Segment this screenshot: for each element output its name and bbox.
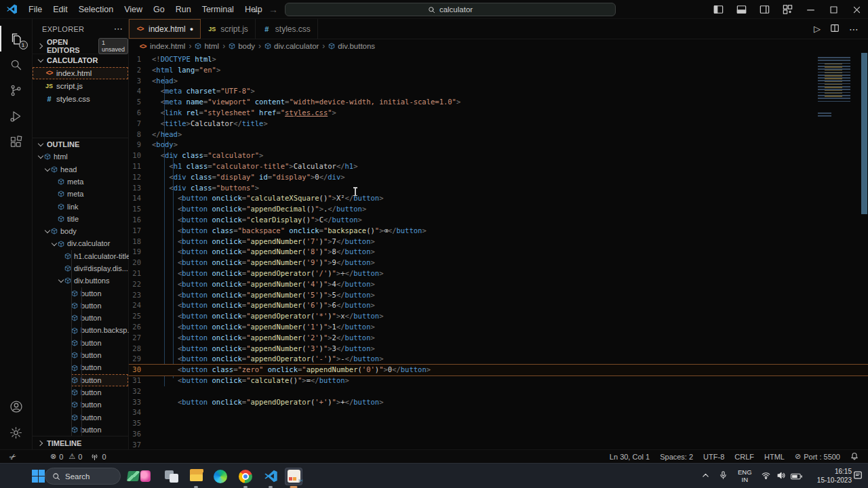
code-line-6[interactable]: 6 <link rel="stylesheet" href="styles.cs…: [129, 108, 868, 119]
command-center-search[interactable]: calculator: [285, 3, 616, 16]
toggle-sidebar-icon[interactable]: [707, 0, 730, 19]
taskbar-search[interactable]: Search: [45, 468, 121, 485]
file-explorer-app-icon[interactable]: [187, 468, 205, 485]
outline-node-button[interactable]: button: [33, 300, 128, 312]
tab-script-js[interactable]: JS script.js: [201, 19, 256, 39]
open-editors-section[interactable]: OPEN EDITORS 1 unsaved: [33, 39, 128, 54]
explorer-more-actions-icon[interactable]: ⋯: [114, 24, 123, 34]
code-line-4[interactable]: 4 <meta charset="UTF-8">: [129, 86, 868, 97]
outline-node-h1-calculator-title[interactable]: h1.calculator-title: [33, 250, 128, 262]
menu-run[interactable]: Run: [170, 2, 197, 17]
breadcrumb-div-calculator[interactable]: div.calculator: [264, 42, 319, 50]
nav-forward-icon[interactable]: →: [269, 4, 278, 15]
code-line-5[interactable]: 5 <meta name="viewport" content="width=d…: [129, 97, 868, 108]
code-line-12[interactable]: 12 <div class="display" id="display">0</…: [129, 172, 868, 183]
outline-node-div-calculator[interactable]: div.calculator: [33, 237, 128, 249]
indentation-status[interactable]: Spaces: 2: [660, 453, 693, 461]
code-line-31[interactable]: 31 <button onclick="calculate()">=</butt…: [129, 375, 868, 386]
screen-capture-app-icon[interactable]: ✂: [285, 468, 302, 485]
task-view-button[interactable]: [163, 468, 180, 485]
battery-tray-icon[interactable]: [791, 472, 802, 481]
code-line-7[interactable]: 7 <title>Calculator</title>: [129, 119, 868, 129]
code-line-26[interactable]: 26 <button onclick="appendNumber('1')">1…: [129, 322, 868, 333]
code-line-9[interactable]: 9<body>: [129, 140, 868, 150]
outline-node-div-buttons[interactable]: div.buttons: [33, 274, 128, 287]
outline-node-meta[interactable]: meta: [33, 188, 128, 200]
eol-status[interactable]: CRLF: [734, 453, 754, 461]
errors-warnings-status[interactable]: ⊗0 ⚠0: [50, 452, 82, 461]
close-button[interactable]: [845, 0, 868, 19]
outline-node-button-backsp-[interactable]: button.backsp...: [33, 324, 128, 336]
menu-selection[interactable]: Selection: [73, 2, 119, 17]
code-line-16[interactable]: 16 <button onclick="clearDisplay()">C</b…: [129, 215, 868, 226]
search-sidebar-icon[interactable]: [0, 52, 33, 77]
outline-node-button[interactable]: button: [33, 374, 128, 386]
code-line-34[interactable]: 34: [129, 407, 868, 418]
account-icon[interactable]: [0, 394, 33, 420]
code-line-13[interactable]: 13 <div class="buttons">: [129, 183, 868, 194]
code-editor[interactable]: 1<!DOCTYPE html>2<html lang="en">3<head>…: [129, 53, 868, 449]
code-line-32[interactable]: 32: [129, 386, 868, 397]
folder-header-calculator[interactable]: CALCULATOR: [33, 54, 128, 67]
wifi-tray-icon[interactable]: [761, 470, 771, 483]
split-editor-icon[interactable]: [830, 23, 840, 35]
outline-node-button[interactable]: button: [33, 337, 128, 349]
file-item-index-html[interactable]: <> index.html: [33, 67, 128, 80]
outline-node-button[interactable]: button: [33, 424, 128, 436]
code-line-10[interactable]: 10 <div class="calculator">: [129, 150, 868, 161]
code-line-2[interactable]: 2<html lang="en">: [129, 65, 868, 76]
code-line-33[interactable]: 33 <button onclick="appendOperator('+')"…: [129, 397, 868, 408]
code-line-25[interactable]: 25 <button onclick="appendOperator('*')"…: [129, 311, 868, 322]
explorer-icon[interactable]: 1: [0, 26, 33, 52]
encoding-status[interactable]: UTF-8: [703, 453, 724, 461]
code-line-37[interactable]: 37: [129, 440, 868, 449]
outline-node-button[interactable]: button: [33, 349, 128, 361]
scrollbar-thumb[interactable]: [861, 53, 867, 214]
code-line-27[interactable]: 27 <button onclick="appendNumber('2')">2…: [129, 333, 868, 344]
settings-gear-icon[interactable]: [0, 420, 33, 445]
outline-node-head[interactable]: head: [33, 163, 128, 176]
outline-node-button[interactable]: button: [33, 399, 128, 411]
code-line-17[interactable]: 17 <button class="backspace" onclick="ba…: [129, 226, 868, 237]
vscode-app-icon[interactable]: [262, 468, 279, 485]
outline-node-div-display-dis-[interactable]: div#display.dis...: [33, 262, 128, 274]
file-item-styles-css[interactable]: # styles.css: [33, 92, 128, 105]
code-line-8[interactable]: 8</head>: [129, 129, 868, 140]
maximize-button[interactable]: [822, 0, 845, 19]
outline-node-html[interactable]: html: [33, 150, 128, 163]
code-line-15[interactable]: 15 <button onclick="appendDecimal()">.</…: [129, 204, 868, 215]
run-and-debug-icon[interactable]: [0, 103, 33, 129]
language-indicator[interactable]: ENGIN: [738, 469, 752, 483]
code-line-36[interactable]: 36: [129, 429, 868, 440]
breadcrumb-body[interactable]: body: [229, 42, 255, 50]
file-item-script-js[interactable]: JS script.js: [33, 79, 128, 92]
menu-file[interactable]: File: [23, 2, 47, 17]
cursor-position-status[interactable]: Ln 30, Col 1: [610, 453, 650, 461]
nav-back-icon[interactable]: ←: [252, 4, 262, 15]
outline-node-button[interactable]: button: [33, 361, 128, 373]
minimize-button[interactable]: [799, 0, 822, 19]
edge-app-icon[interactable]: [212, 468, 229, 485]
code-line-23[interactable]: 23 <button onclick="appendNumber('5')">5…: [129, 290, 868, 301]
live-server-port-status[interactable]: ⊘ Port : 5500: [795, 452, 840, 461]
menu-view[interactable]: View: [119, 2, 148, 17]
source-control-icon[interactable]: [0, 77, 33, 103]
code-line-35[interactable]: 35: [129, 418, 868, 429]
timeline-section-header[interactable]: TIMELINE: [33, 436, 128, 449]
outline-node-button[interactable]: button: [33, 312, 128, 324]
code-line-29[interactable]: 29 <button onclick="appendOperator('-')"…: [129, 354, 868, 365]
extensions-icon[interactable]: [0, 129, 33, 155]
menu-terminal[interactable]: Terminal: [197, 2, 239, 17]
outline-node-button[interactable]: button: [33, 287, 128, 300]
code-line-21[interactable]: 21 <button onclick="appendOperator('/')"…: [129, 268, 868, 279]
code-line-14[interactable]: 14 <button onclick="calculateXSquare()">…: [129, 193, 868, 204]
code-line-22[interactable]: 22 <button onclick="appendNumber('4')">4…: [129, 279, 868, 290]
menu-edit[interactable]: Edit: [47, 2, 73, 17]
language-mode-status[interactable]: HTML: [764, 453, 785, 461]
tab-index-html[interactable]: <> index.html ●: [129, 19, 201, 39]
code-line-28[interactable]: 28 <button onclick="appendNumber('3')">3…: [129, 344, 868, 354]
code-line-11[interactable]: 11 <h1 class="calculator-title">Calculat…: [129, 161, 868, 172]
code-line-20[interactable]: 20 <button onclick="appendNumber('9')">9…: [129, 258, 868, 268]
customize-layout-icon[interactable]: [776, 0, 799, 19]
tray-chevron-up-icon[interactable]: [701, 470, 710, 483]
